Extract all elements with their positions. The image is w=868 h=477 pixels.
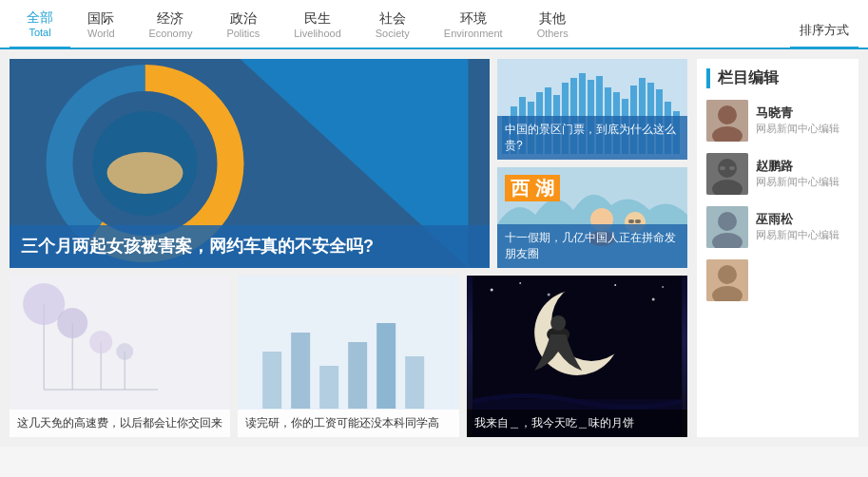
sidebar-title: 栏目编辑 bbox=[706, 68, 849, 88]
svg-point-75 bbox=[718, 265, 737, 284]
nav-en-others: Others bbox=[537, 27, 569, 40]
nav-item-total[interactable]: 全部 Total bbox=[10, 3, 70, 49]
svg-point-52 bbox=[490, 289, 492, 292]
nav-item-society[interactable]: 社会 Society bbox=[358, 4, 427, 48]
scenic-title-text: 中国的景区门票，到底为什么这么贵? bbox=[505, 123, 676, 152]
grad-title: 读完研，你的工资可能还没本科同学高 bbox=[238, 410, 458, 437]
editor-avatar-3 bbox=[706, 206, 748, 248]
svg-point-55 bbox=[614, 284, 616, 286]
editor-info-2: 赵鹏路 网易新闻中心编辑 bbox=[756, 158, 839, 189]
svg-rect-46 bbox=[291, 333, 310, 409]
xihu-title-text: 十一假期，几亿中国人正在拼命发朋友圈 bbox=[505, 231, 676, 260]
nav-item-politics[interactable]: 政治 Politics bbox=[209, 4, 277, 48]
xihu-badge: 西 湖 bbox=[505, 175, 560, 201]
editor-avatar-2 bbox=[706, 153, 748, 195]
nav-en-society: Society bbox=[376, 27, 410, 40]
editor-avatar-4 bbox=[706, 259, 748, 301]
svg-rect-69 bbox=[720, 166, 725, 170]
featured-article[interactable]: 三个月两起女孩被害案，网约车真的不安全吗? bbox=[10, 59, 490, 268]
editor-role-2: 网易新闻中心编辑 bbox=[756, 175, 839, 189]
nav-item-economy[interactable]: 经济 Economy bbox=[132, 4, 210, 48]
left-content: 三个月两起女孩被害案，网约车真的不安全吗? bbox=[10, 59, 687, 437]
svg-point-56 bbox=[651, 298, 654, 301]
nav-sort[interactable]: 排序方式 bbox=[790, 16, 858, 49]
nav-en-economy: Economy bbox=[149, 27, 193, 40]
featured-title-text: 三个月两起女孩被害案，网约车真的不安全吗? bbox=[21, 237, 374, 256]
nav-en-politics: Politics bbox=[226, 27, 260, 40]
card-xihu[interactable]: 西 湖 十一假期，几亿中国人正在拼命发朋友圈 bbox=[497, 167, 687, 268]
editor-item-2[interactable]: 赵鹏路 网易新闻中心编辑 bbox=[706, 153, 849, 195]
editor-info-1: 马晓青 网易新闻中心编辑 bbox=[756, 105, 839, 136]
nav-zh-livelihood: 民生 bbox=[304, 10, 331, 27]
nav-zh-environment: 环境 bbox=[460, 10, 487, 27]
nav-zh-politics: 政治 bbox=[230, 10, 257, 27]
editor-item-4[interactable] bbox=[706, 259, 849, 301]
nav-en-environment: Environment bbox=[444, 27, 503, 40]
featured-title: 三个月两起女孩被害案，网约车真的不安全吗? bbox=[10, 225, 490, 268]
svg-point-42 bbox=[116, 343, 133, 360]
svg-rect-49 bbox=[376, 323, 395, 409]
nav-item-others[interactable]: 其他 Others bbox=[520, 4, 586, 48]
nav-en-livelihood: Livelihood bbox=[294, 27, 341, 40]
bottom-row: 这几天免的高速费，以后都会让你交回来 读完研，你的工资可能还没本科同学高 bbox=[10, 276, 687, 437]
svg-point-57 bbox=[662, 286, 664, 288]
nav-zh-economy: 经济 bbox=[157, 10, 183, 27]
card-grad[interactable]: 读完研，你的工资可能还没本科同学高 读完研，你的工资可能还没本科同学高 bbox=[238, 276, 458, 437]
svg-point-53 bbox=[519, 282, 521, 284]
svg-rect-47 bbox=[319, 366, 338, 409]
svg-point-38 bbox=[57, 308, 87, 338]
svg-point-54 bbox=[547, 294, 550, 296]
nav-item-world[interactable]: 国际 World bbox=[70, 4, 132, 48]
sort-label: 排序方式 bbox=[800, 23, 849, 37]
nav-item-environment[interactable]: 环境 Environment bbox=[427, 4, 520, 48]
nav-item-livelihood[interactable]: 民生 Livelihood bbox=[277, 4, 358, 48]
svg-point-72 bbox=[718, 212, 737, 231]
nav-en-total: Total bbox=[29, 26, 50, 39]
editor-item-3[interactable]: 巫雨松 网易新闻中心编辑 bbox=[706, 206, 849, 248]
editor-item-1[interactable]: 马晓青 网易新闻中心编辑 bbox=[706, 100, 849, 142]
highway-title-text: 这几天免的高速费，以后都会让你交回来 bbox=[17, 416, 222, 429]
nav-zh-world: 国际 bbox=[87, 10, 114, 27]
editor-name-1: 马晓青 bbox=[756, 105, 839, 122]
card-highway[interactable]: 这几天免的高速费，以后都会让你交回来 bbox=[10, 276, 230, 437]
nav-bar: 全部 Total 国际 World 经济 Economy 政治 Politics… bbox=[0, 0, 868, 49]
svg-rect-70 bbox=[729, 166, 735, 170]
card-mooncake[interactable]: 我来自＿，我今天吃＿味的月饼 bbox=[467, 276, 687, 437]
editor-name-2: 赵鹏路 bbox=[756, 158, 839, 175]
grad-title-text: 读完研，你的工资可能还没本科同学高 bbox=[245, 416, 439, 429]
highway-title: 这几天免的高速费，以后都会让你交回来 bbox=[10, 410, 230, 437]
editor-info-3: 巫雨松 网易新闻中心编辑 bbox=[756, 211, 839, 242]
card-scenic[interactable]: 中国的景区门票，到底为什么这么贵? bbox=[497, 59, 687, 160]
svg-rect-45 bbox=[262, 352, 281, 409]
svg-rect-50 bbox=[405, 356, 424, 409]
editor-avatar-1 bbox=[706, 100, 748, 142]
mooncake-title: 我来自＿，我今天吃＿味的月饼 bbox=[467, 410, 687, 437]
top-row: 三个月两起女孩被害案，网约车真的不安全吗? bbox=[10, 59, 687, 268]
right-stack: 中国的景区门票，到底为什么这么贵? bbox=[497, 59, 687, 268]
nav-zh-total: 全部 bbox=[27, 9, 53, 26]
mooncake-title-text: 我来自＿，我今天吃＿味的月饼 bbox=[474, 416, 634, 429]
svg-point-61 bbox=[550, 315, 566, 331]
editor-role-1: 网易新闻中心编辑 bbox=[756, 122, 839, 136]
svg-rect-32 bbox=[628, 219, 634, 223]
nav-zh-society: 社会 bbox=[379, 10, 406, 27]
main-container: 三个月两起女孩被害案，网约车真的不安全吗? bbox=[0, 49, 868, 447]
svg-point-64 bbox=[718, 105, 737, 124]
svg-rect-48 bbox=[348, 342, 367, 409]
nav-zh-others: 其他 bbox=[539, 10, 566, 27]
editor-role-3: 网易新闻中心编辑 bbox=[756, 228, 839, 242]
svg-point-40 bbox=[89, 331, 112, 353]
editor-name-3: 巫雨松 bbox=[756, 211, 839, 228]
scenic-title: 中国的景区门票，到底为什么这么贵? bbox=[497, 116, 687, 160]
svg-rect-33 bbox=[635, 219, 641, 223]
sidebar: 栏目编辑 马晓青 网易新闻中心编辑 bbox=[697, 59, 858, 437]
nav-en-world: World bbox=[87, 27, 115, 40]
xihu-title: 十一假期，几亿中国人正在拼命发朋友圈 bbox=[497, 224, 687, 268]
svg-point-5 bbox=[107, 152, 183, 194]
